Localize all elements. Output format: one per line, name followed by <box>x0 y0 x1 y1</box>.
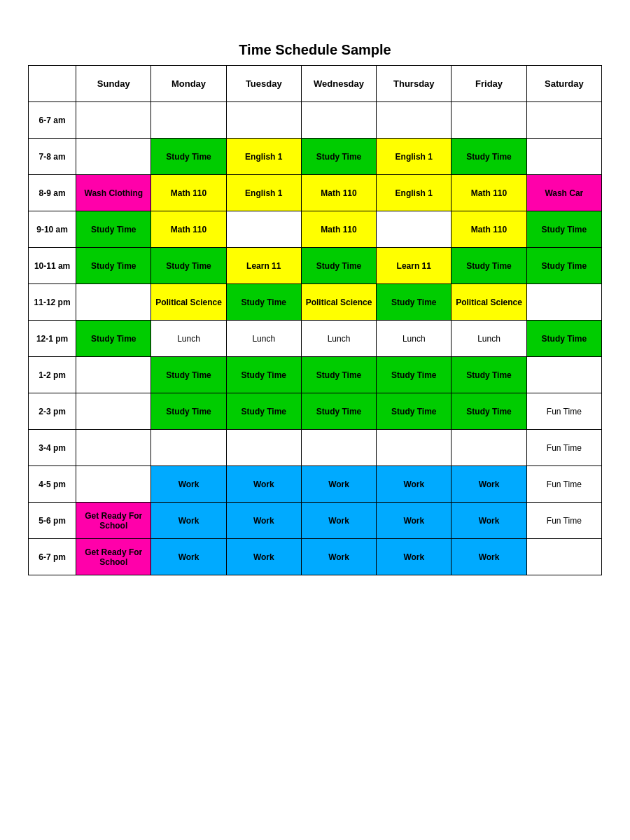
schedule-cell <box>377 211 451 248</box>
schedule-cell: Study Time <box>451 393 526 430</box>
schedule-cell: Math 110 <box>301 175 376 211</box>
schedule-cell: Work <box>226 539 301 575</box>
schedule-cell: Work <box>226 503 301 539</box>
schedule-cell: Study Time <box>526 211 601 248</box>
schedule-cell: Wash Clothing <box>76 175 151 211</box>
schedule-cell: Work <box>451 539 526 575</box>
time-label: 1-2 pm <box>29 357 76 393</box>
schedule-cell: Get Ready For School <box>76 503 151 539</box>
schedule-cell <box>151 102 226 139</box>
time-label: 6-7 pm <box>29 539 76 575</box>
schedule-cell <box>451 102 526 139</box>
schedule-cell: Work <box>151 466 226 503</box>
schedule-cell <box>526 357 601 393</box>
table-row: 10-11 amStudy TimeStudy TimeLearn 11Stud… <box>29 248 602 284</box>
schedule-cell: Fun Time <box>526 466 601 503</box>
schedule-cell: Work <box>226 466 301 503</box>
schedule-cell: Fun Time <box>526 430 601 466</box>
schedule-cell: Political Science <box>151 284 226 321</box>
time-label: 4-5 pm <box>29 466 76 503</box>
schedule-cell: Learn 11 <box>377 248 451 284</box>
schedule-cell: Study Time <box>301 357 376 393</box>
schedule-cell <box>76 466 151 503</box>
schedule-cell: Fun Time <box>526 393 601 430</box>
schedule-cell <box>226 211 301 248</box>
time-label: 9-10 am <box>29 211 76 248</box>
schedule-cell <box>526 539 601 575</box>
schedule-cell <box>526 102 601 139</box>
schedule-cell: Political Science <box>451 284 526 321</box>
schedule-cell: Work <box>151 539 226 575</box>
table-row: 12-1 pmStudy TimeLunchLunchLunchLunchLun… <box>29 321 602 357</box>
schedule-cell: Study Time <box>377 357 451 393</box>
schedule-cell <box>76 430 151 466</box>
schedule-cell <box>526 139 601 175</box>
schedule-cell: Study Time <box>76 321 151 357</box>
schedule-cell: Study Time <box>377 284 451 321</box>
schedule-cell: Study Time <box>76 211 151 248</box>
schedule-cell: Work <box>377 539 451 575</box>
schedule-cell: Math 110 <box>451 211 526 248</box>
schedule-cell <box>301 102 376 139</box>
schedule-cell: Lunch <box>151 321 226 357</box>
schedule-cell: Work <box>451 503 526 539</box>
schedule-cell: Study Time <box>151 357 226 393</box>
table-row: 7-8 amStudy TimeEnglish 1Study TimeEngli… <box>29 139 602 175</box>
header-time <box>29 66 76 102</box>
schedule-cell: Political Science <box>301 284 376 321</box>
schedule-cell: Study Time <box>451 357 526 393</box>
schedule-cell: Study Time <box>451 248 526 284</box>
schedule-cell <box>377 102 451 139</box>
schedule-cell: Work <box>377 503 451 539</box>
schedule-cell: Study Time <box>301 248 376 284</box>
schedule-cell: Study Time <box>226 284 301 321</box>
schedule-cell: Work <box>301 466 376 503</box>
schedule-cell: English 1 <box>226 175 301 211</box>
table-row: 2-3 pmStudy TimeStudy TimeStudy TimeStud… <box>29 393 602 430</box>
header-day-wednesday: Wednesday <box>301 66 376 102</box>
schedule-cell: Study Time <box>226 357 301 393</box>
schedule-cell <box>301 430 376 466</box>
table-row: 6-7 pmGet Ready For SchoolWorkWorkWorkWo… <box>29 539 602 575</box>
table-row: 8-9 amWash ClothingMath 110English 1Math… <box>29 175 602 211</box>
schedule-cell: Study Time <box>76 248 151 284</box>
schedule-cell: Lunch <box>301 321 376 357</box>
header-day-saturday: Saturday <box>526 66 601 102</box>
schedule-cell: Math 110 <box>151 211 226 248</box>
schedule-cell: Work <box>301 503 376 539</box>
header-day-monday: Monday <box>151 66 226 102</box>
time-label: 2-3 pm <box>29 393 76 430</box>
table-row: 4-5 pmWorkWorkWorkWorkWorkFun Time <box>29 466 602 503</box>
schedule-cell: Study Time <box>151 139 226 175</box>
schedule-cell <box>451 430 526 466</box>
table-row: 1-2 pmStudy TimeStudy TimeStudy TimeStud… <box>29 357 602 393</box>
schedule-cell: Lunch <box>226 321 301 357</box>
header-day-sunday: Sunday <box>76 66 151 102</box>
schedule-container: Time Schedule Sample SundayMondayTuesday… <box>28 42 602 575</box>
time-label: 6-7 am <box>29 102 76 139</box>
schedule-cell <box>226 102 301 139</box>
time-label: 12-1 pm <box>29 321 76 357</box>
header-day-thursday: Thursday <box>377 66 451 102</box>
schedule-cell <box>226 430 301 466</box>
header-row: SundayMondayTuesdayWednesdayThursdayFrid… <box>29 66 602 102</box>
schedule-cell: Wash Car <box>526 175 601 211</box>
table-row: 9-10 amStudy TimeMath 110Math 110Math 11… <box>29 211 602 248</box>
time-label: 10-11 am <box>29 248 76 284</box>
schedule-cell: Study Time <box>301 139 376 175</box>
schedule-cell: Study Time <box>451 139 526 175</box>
schedule-cell <box>377 430 451 466</box>
schedule-cell: Learn 11 <box>226 248 301 284</box>
schedule-cell: Get Ready For School <box>76 539 151 575</box>
schedule-cell <box>76 284 151 321</box>
time-label: 11-12 pm <box>29 284 76 321</box>
table-row: 6-7 am <box>29 102 602 139</box>
table-row: 5-6 pmGet Ready For SchoolWorkWorkWorkWo… <box>29 503 602 539</box>
page-title: Time Schedule Sample <box>28 42 602 58</box>
schedule-cell <box>76 102 151 139</box>
time-label: 5-6 pm <box>29 503 76 539</box>
schedule-cell <box>76 357 151 393</box>
time-label: 8-9 am <box>29 175 76 211</box>
schedule-cell: English 1 <box>377 139 451 175</box>
schedule-cell: Study Time <box>151 393 226 430</box>
